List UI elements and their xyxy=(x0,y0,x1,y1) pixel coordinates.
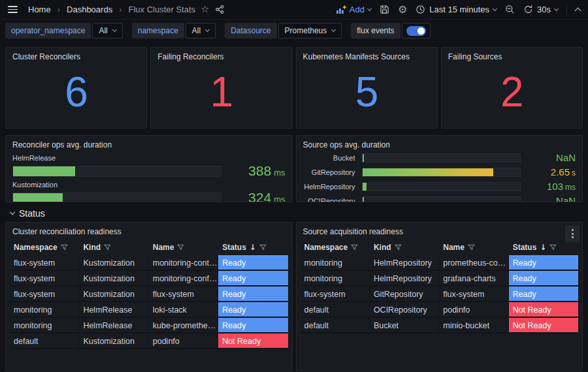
cell-status: Not Ready xyxy=(509,318,578,333)
filter-funnel-icon[interactable] xyxy=(468,244,475,251)
chevron-down-icon xyxy=(205,27,210,32)
filter-bar: operator_namespaceAllnamespaceAllDatasou… xyxy=(0,20,588,42)
variable-value-dropdown[interactable]: All xyxy=(186,23,216,39)
gauge-value-number: 388 xyxy=(248,163,271,178)
status-section-header[interactable]: Status xyxy=(10,207,578,220)
gauge-bar-fill xyxy=(363,154,364,162)
table-row: flux-systemKustomizationmonitoring-contr… xyxy=(10,255,288,271)
dashboard-canvas: Cluster Reconcilers6Failing Reconcilers1… xyxy=(0,47,588,371)
cell-status: Ready xyxy=(218,302,287,318)
cell-name: loki-stack xyxy=(149,302,218,318)
gauge-bar-fill xyxy=(363,183,367,191)
variable-value-dropdown[interactable]: All xyxy=(92,23,122,39)
cell-status: Ready xyxy=(218,271,287,287)
gear-icon[interactable]: ⚙ xyxy=(398,5,407,15)
toggle-knob xyxy=(417,27,425,35)
top-nav: Home › Dashboards › Flux Cluster Stats ☆… xyxy=(0,0,588,20)
column-header-name[interactable]: Name xyxy=(439,240,508,255)
column-header-namespace[interactable]: Namespace xyxy=(10,240,79,255)
panel-title[interactable]: Cluster reconciliation readiness xyxy=(6,223,292,238)
chevron-down-icon xyxy=(367,6,372,10)
panel-title[interactable]: Reconciler ops avg. duration xyxy=(6,136,292,151)
panel-title[interactable]: Source ops avg. duration xyxy=(297,136,583,151)
zoom-out-icon[interactable] xyxy=(505,5,515,14)
filter-funnel-icon[interactable] xyxy=(61,244,68,251)
table-row: monitoringHelmRepositoryprometheus-com..… xyxy=(301,255,579,271)
variable-datasource: DatasourcePrometheus xyxy=(225,23,342,39)
filter-funnel-icon[interactable] xyxy=(549,244,557,251)
cell-namespace: monitoring xyxy=(301,271,370,287)
panel-menu-icon[interactable] xyxy=(565,225,580,242)
variable-value-dropdown[interactable]: Prometheus xyxy=(278,23,342,39)
panel-title[interactable]: Source acquisition readiness xyxy=(297,223,583,238)
gauge-bar-row: OCIRepositoryNaN xyxy=(303,195,576,202)
star-icon[interactable]: ☆ xyxy=(201,5,209,14)
chevron-down-icon xyxy=(493,6,497,10)
gauge-bar-fill xyxy=(13,166,75,176)
cell-kind: Kustomization xyxy=(79,255,148,271)
gauge-bar-track xyxy=(12,193,221,203)
cell-kind: HelmRepository xyxy=(370,271,439,287)
cell-kind: Kustomization xyxy=(79,287,148,302)
flux-events-label: flux events xyxy=(351,23,400,39)
gauge-bar-track xyxy=(362,182,521,191)
filter-funnel-icon[interactable] xyxy=(259,244,267,251)
add-label: Add xyxy=(350,5,365,14)
cell-name: kube-prometheu... xyxy=(149,318,218,333)
table-header-row: NamespaceKindNameStatus↓ xyxy=(301,240,579,255)
cell-namespace: flux-system xyxy=(10,255,79,271)
top-nav-actions: Add ⚙ Last 15 minutes 30s xyxy=(336,5,580,15)
cell-kind: HelmRelease xyxy=(79,318,148,333)
variable-operator-namespace: operator_namespaceAll xyxy=(5,23,123,39)
cell-namespace: flux-system xyxy=(10,271,79,287)
menu-icon[interactable] xyxy=(8,6,18,13)
gauge-value-number: NaN xyxy=(556,195,576,202)
column-header-status[interactable]: Status↓ xyxy=(218,240,287,255)
filter-funnel-icon[interactable] xyxy=(395,244,402,251)
panel-failing-reconcilers: Failing Reconcilers1 xyxy=(150,47,292,129)
breadcrumb-dashboards[interactable]: Dashboards xyxy=(67,5,112,14)
cell-namespace: flux-system xyxy=(10,287,79,302)
time-range-picker[interactable]: Last 15 minutes xyxy=(416,5,497,14)
breadcrumb-separator: › xyxy=(119,5,122,14)
kebab-dot xyxy=(572,229,574,231)
flux-events-toggle[interactable] xyxy=(402,23,431,39)
gauge-bar-fill xyxy=(363,197,364,202)
share-icon[interactable] xyxy=(215,5,225,14)
filter-funnel-icon[interactable] xyxy=(177,244,184,251)
breadcrumb-current: Flux Cluster Stats xyxy=(128,5,195,14)
filter-funnel-icon[interactable] xyxy=(104,244,111,251)
cell-kind: Bucket xyxy=(370,318,439,333)
column-header-namespace[interactable]: Namespace xyxy=(301,240,370,255)
gauge-bar-label: HelmRepository xyxy=(303,183,355,191)
cell-namespace: monitoring xyxy=(10,302,79,318)
cell-name: podinfo xyxy=(439,302,508,318)
variable-label: namespace xyxy=(132,23,184,39)
column-header-name[interactable]: Name xyxy=(149,240,218,255)
breadcrumb-home[interactable]: Home xyxy=(28,5,51,14)
refresh-interval-label[interactable]: 30s xyxy=(537,5,551,14)
refresh-controls: 30s xyxy=(523,5,558,14)
save-icon[interactable] xyxy=(380,5,389,14)
gauge-bar-track xyxy=(362,196,521,202)
add-button[interactable]: Add xyxy=(336,5,371,14)
chevron-up-icon[interactable] xyxy=(575,8,581,14)
template-variables: operator_namespaceAllnamespaceAllDatasou… xyxy=(5,23,342,39)
filter-funnel-icon[interactable] xyxy=(351,244,358,251)
cell-namespace: monitoring xyxy=(10,318,79,333)
cell-namespace: default xyxy=(301,302,370,318)
stat-value: 2 xyxy=(442,48,582,128)
gauge-value: 103ms xyxy=(527,181,576,193)
gauge-bar-row: GitRepository2.65s xyxy=(303,166,576,178)
table-row: defaultKustomizationpodinfoNot Ready xyxy=(10,333,288,349)
cell-namespace: flux-system xyxy=(301,287,370,302)
refresh-icon[interactable] xyxy=(523,5,533,14)
variable-label: Datasource xyxy=(225,23,276,39)
gauge-bar-label: OCIRepository xyxy=(303,197,355,202)
kebab-dot xyxy=(572,233,574,235)
cell-status: Ready xyxy=(509,287,578,302)
column-header-kind[interactable]: Kind xyxy=(79,240,148,255)
column-header-kind[interactable]: Kind xyxy=(370,240,439,255)
chevron-down-icon xyxy=(10,209,15,215)
cell-kind: GitRepository xyxy=(370,287,439,302)
